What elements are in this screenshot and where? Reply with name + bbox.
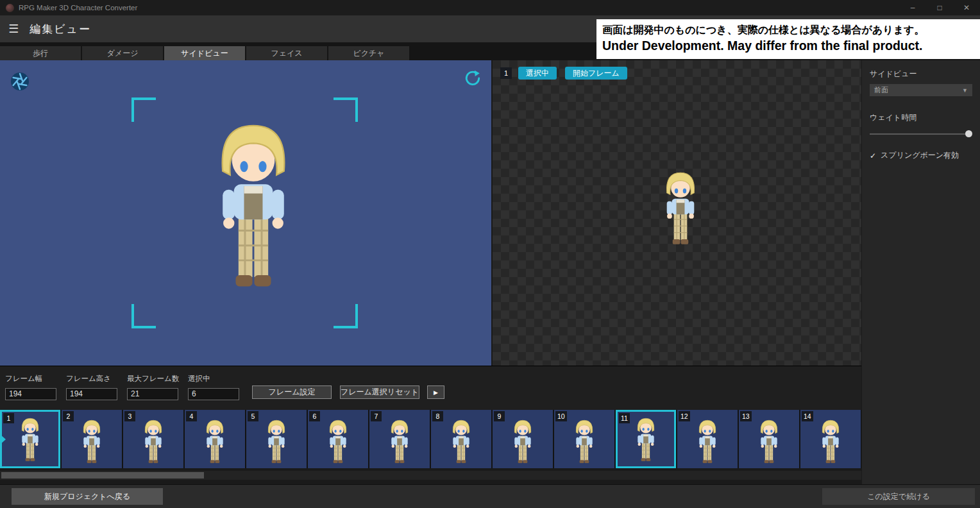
frame-height-input[interactable] — [66, 388, 117, 400]
frame-thumbnail — [76, 418, 107, 465]
frame-height-field: フレーム高さ — [66, 374, 117, 400]
frame-width-input[interactable] — [5, 388, 56, 400]
filmstrip-playhead-icon — [0, 434, 6, 444]
max-frames-field: 最大フレーム数 — [127, 374, 179, 400]
frame-thumbnail — [569, 418, 600, 465]
frame-number: 10 — [555, 411, 567, 421]
filmstrip-frame[interactable]: 9 — [493, 410, 553, 468]
bracket-bottom-left — [131, 304, 156, 328]
selected-count-input[interactable] — [188, 388, 239, 400]
window-controls: – □ ✕ — [899, 0, 980, 15]
frame-number: 9 — [494, 411, 505, 421]
aperture-camera-icon[interactable] — [10, 72, 30, 91]
filmstrip-frame[interactable]: 2 — [62, 410, 122, 468]
frame-thumbnail — [446, 418, 477, 465]
tab-picture[interactable]: ピクチャ — [328, 46, 409, 60]
notice-text-en: Under Development. May differ from the f… — [602, 38, 974, 53]
frame-thumbnail — [138, 418, 169, 465]
frame-height-label: フレーム高さ — [66, 374, 117, 384]
frame-settings-button[interactable]: フレーム設定 — [252, 385, 332, 399]
filmstrip-frame[interactable]: 7 — [369, 410, 430, 468]
page-title: 編集ビュー — [30, 22, 91, 37]
tab-damage[interactable]: ダメージ — [82, 46, 163, 60]
filmstrip-scrollbar[interactable] — [0, 471, 861, 480]
filmstrip-frame[interactable]: 4 — [185, 410, 245, 468]
chevron-down-icon: ▼ — [962, 87, 968, 94]
filmstrip-frame[interactable]: 10 — [554, 410, 614, 468]
development-notice: 画面は開発中のものにつき、実際の仕様とは異なる場合があります。 Under De… — [596, 19, 980, 59]
frame-number: 14 — [802, 411, 813, 421]
frame-thumbnail — [384, 418, 415, 465]
selected-button[interactable]: 選択中 — [518, 67, 557, 80]
frame-number: 7 — [371, 411, 382, 421]
app-icon — [6, 4, 14, 12]
rotate-view-icon[interactable] — [464, 70, 481, 87]
filmstrip-frame[interactable]: 11 — [616, 410, 676, 468]
wait-time-slider[interactable] — [870, 130, 972, 138]
slider-knob[interactable] — [965, 130, 972, 137]
max-frames-label: 最大フレーム数 — [127, 374, 179, 384]
title-bar: RPG Maker 3D Character Converter – □ ✕ — [0, 0, 980, 15]
frame-thumbnail — [754, 418, 784, 465]
filmstrip-frame[interactable]: 8 — [431, 410, 491, 468]
selected-count-field: 選択中 — [188, 374, 239, 400]
bracket-bottom-right — [334, 304, 358, 328]
tab-face[interactable]: フェイス — [246, 46, 327, 60]
filmstrip-frame[interactable]: 3 — [123, 410, 183, 468]
frame-thumbnail — [507, 418, 538, 465]
frame-number: 1 — [3, 413, 14, 423]
continue-with-settings-button[interactable]: この設定で続ける — [822, 488, 975, 505]
frame-select-reset-button[interactable]: フレーム選択リセット — [340, 385, 419, 399]
filmstrip-frame[interactable]: 6 — [308, 410, 368, 468]
close-button[interactable]: ✕ — [953, 0, 980, 15]
max-frames-input[interactable] — [127, 388, 178, 400]
frame-thumbnail — [261, 418, 292, 465]
side-view-dropdown[interactable]: 前面 ▼ — [870, 84, 972, 96]
sprite-frame-viewport[interactable]: 1 選択中 開始フレーム — [493, 60, 861, 366]
frame-thumbnail — [199, 418, 230, 465]
footer-bar: 新規プロジェクトへ戻る この設定で続ける — [0, 484, 980, 508]
frame-thumbnail — [323, 418, 353, 465]
settings-sidebar: サイドビュー 前面 ▼ ウェイト時間 ✓ スプリングボーン有効 — [862, 60, 980, 484]
start-frame-button[interactable]: 開始フレーム — [565, 67, 627, 80]
frame-thumbnail — [15, 416, 46, 463]
slider-track[interactable] — [870, 133, 972, 135]
filmstrip-frame[interactable]: 5 — [246, 410, 307, 468]
frame-number: 11 — [619, 413, 630, 423]
frame-controls-bar: フレーム幅 フレーム高さ 最大フレーム数 選択中 フレーム設定 フレーム選択リセ… — [0, 366, 861, 410]
scrollbar-thumb[interactable] — [1, 472, 204, 478]
app-title: RPG Maker 3D Character Converter — [19, 4, 137, 12]
back-to-new-project-button[interactable]: 新規プロジェクトへ戻る — [12, 488, 163, 505]
spring-bone-checkbox[interactable]: ✓ スプリングボーン有効 — [870, 150, 980, 161]
filmstrip-frame[interactable]: 1 — [0, 410, 60, 468]
hamburger-menu-icon[interactable]: ☰ — [8, 22, 19, 36]
tab-walk[interactable]: 歩行 — [0, 46, 81, 60]
frame-filmstrip: 1 2 3 4 5 6 7 8 9 10 11 12 — [0, 410, 861, 468]
character-sprite — [655, 168, 706, 248]
tab-sideview[interactable]: サイドビュー — [164, 46, 245, 60]
frame-number-badge: 1 — [500, 67, 512, 79]
frame-thumbnail — [692, 418, 723, 465]
filmstrip-frame[interactable]: 12 — [677, 410, 738, 468]
side-view-label: サイドビュー — [870, 69, 980, 80]
bracket-top-left — [131, 97, 156, 122]
frame-number: 4 — [186, 411, 197, 421]
frame-width-field: フレーム幅 — [5, 374, 56, 400]
filmstrip-frame[interactable]: 14 — [800, 410, 861, 468]
frame-thumbnail — [630, 416, 661, 463]
frame-number: 8 — [432, 411, 443, 421]
minimize-button[interactable]: – — [899, 0, 926, 15]
play-button[interactable]: ▶ — [427, 385, 444, 399]
spring-bone-label: スプリングボーン有効 — [881, 150, 959, 161]
frame-number: 2 — [63, 411, 74, 421]
character-3d-model[interactable] — [196, 115, 311, 294]
character-preview-viewport[interactable] — [0, 60, 491, 366]
filmstrip-frame[interactable]: 13 — [739, 410, 799, 468]
selected-count-label: 選択中 — [188, 374, 239, 384]
frame-number: 5 — [248, 411, 258, 421]
frame-width-label: フレーム幅 — [5, 374, 56, 384]
maximize-button[interactable]: □ — [926, 0, 953, 15]
side-view-dropdown-value: 前面 — [874, 85, 888, 95]
frame-number: 6 — [309, 411, 320, 421]
frame-number: 12 — [679, 411, 690, 421]
